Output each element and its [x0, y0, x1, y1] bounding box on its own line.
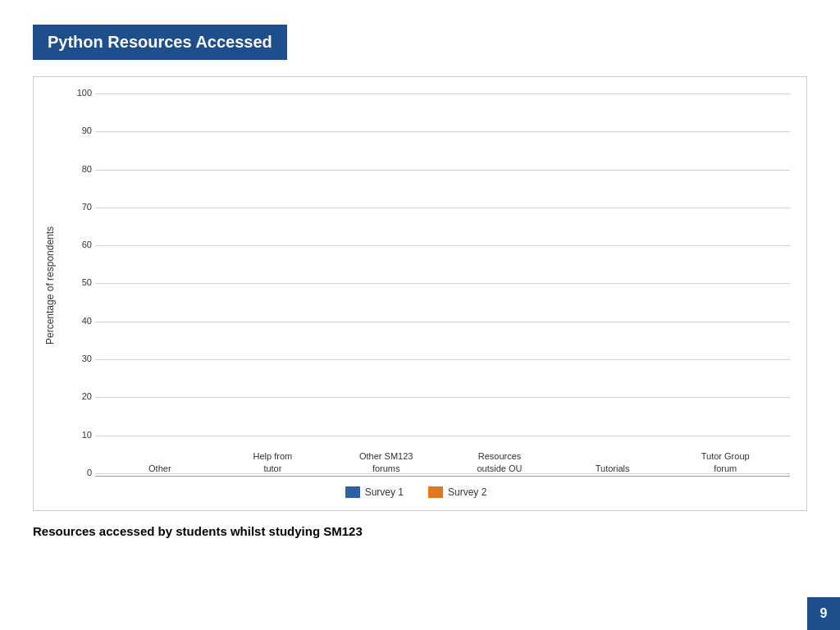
x-axis-label: Tutor Groupforum [701, 450, 750, 474]
grid-tick-label: 20 [64, 391, 92, 401]
legend: Survey 1 Survey 2 [42, 486, 790, 498]
bar-group: Help fromtutor [246, 94, 299, 474]
legend-box-orange [428, 486, 443, 498]
grid-tick-label: 90 [64, 126, 92, 135]
legend-label-survey1: Survey 1 [365, 486, 404, 498]
grid-tick-label: 40 [64, 316, 92, 326]
chart-container: Percentage of respondents 10090807060504… [33, 76, 807, 511]
chart-inner: 1009080706050403020100OtherHelp fromtuto… [62, 94, 790, 477]
bar-group: Other SM123forums [359, 94, 413, 474]
x-axis-label: Resourcesoutside OU [477, 450, 522, 474]
grid-tick-label: 100 [64, 88, 92, 98]
title-banner: Python Resources Accessed [33, 25, 287, 60]
legend-box-blue [345, 486, 360, 498]
grid-tick-label: 0 [64, 468, 92, 477]
page-title: Python Resources Accessed [48, 33, 272, 51]
x-axis-label: Tutorials [596, 463, 630, 474]
x-axis-line [95, 476, 790, 477]
legend-item-survey1: Survey 1 [345, 486, 404, 498]
x-axis-label: Other SM123forums [359, 450, 413, 474]
grid-tick-label: 10 [64, 430, 92, 440]
bar-group: Other [134, 94, 186, 474]
legend-label-survey2: Survey 2 [448, 486, 486, 498]
chart-plot: 1009080706050403020100OtherHelp fromtuto… [62, 94, 790, 474]
chart-area: Percentage of respondents 10090807060504… [42, 94, 790, 477]
grid-tick-label: 70 [64, 202, 92, 212]
grid-tick-label: 80 [64, 164, 92, 174]
x-axis-label: Other [148, 463, 171, 474]
page-number: 9 [807, 597, 840, 630]
bar-group: Resourcesoutside OU [473, 94, 526, 474]
bar-group: Tutorials [587, 94, 639, 474]
x-axis-label: Help fromtutor [253, 450, 293, 474]
grid-tick-label: 30 [64, 354, 92, 363]
page-container: Python Resources Accessed Percentage of … [0, 0, 840, 630]
bars-area: OtherHelp fromtutorOther SM123forumsReso… [95, 94, 790, 474]
legend-item-survey2: Survey 2 [428, 486, 486, 498]
y-axis-label: Percentage of respondents [42, 94, 58, 477]
grid-tick-label: 60 [64, 240, 92, 249]
bar-group: Tutor Groupforum [699, 94, 751, 474]
caption: Resources accessed by students whilst st… [33, 524, 807, 538]
grid-tick-label: 50 [64, 277, 92, 287]
